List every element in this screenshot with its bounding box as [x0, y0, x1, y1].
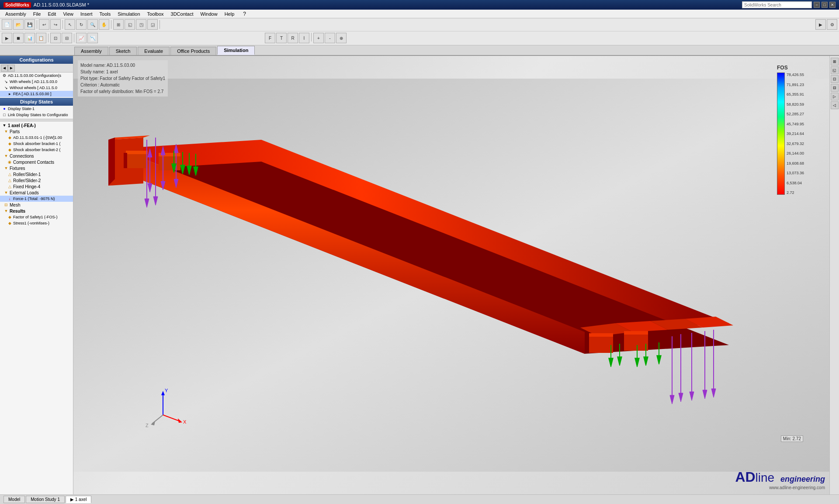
close-button[interactable]: ✕	[829, 2, 836, 8]
titlebar: SolidWorks AD.11.S.03.00.SLDASM * − □ ✕	[0, 0, 839, 10]
minimize-button[interactable]: −	[814, 2, 820, 8]
status-tab-axel[interactable]: ▶ 1 axel	[66, 496, 91, 503]
status-tab-motion[interactable]: Motion Study 1	[26, 496, 65, 503]
tb-redo[interactable]: ↪	[50, 19, 61, 30]
config-fea[interactable]: ▸ FEA [ AD.11.S.03.00 ]	[0, 91, 73, 97]
tb-settings[interactable]: ⚙	[827, 19, 837, 30]
search-input[interactable]	[742, 1, 812, 8]
tb-rotate[interactable]: ↻	[76, 19, 87, 30]
tb-sim1[interactable]: ▶	[2, 33, 12, 43]
plot-type-value: Factor of Safety Factor of Safety1	[100, 76, 165, 81]
asm-mesh[interactable]: ⊟ Mesh	[0, 202, 73, 208]
tb-mesh2[interactable]: ⊟	[62, 33, 72, 43]
config-without-wheels[interactable]: ↘ Without wheels [ AD.11.S.0	[0, 85, 73, 91]
tb-sep4	[159, 20, 160, 29]
rp-btn-4[interactable]: ⊟	[831, 84, 839, 92]
asm-parts[interactable]: ▼ Parts	[0, 128, 73, 135]
maximize-button[interactable]: □	[822, 2, 828, 8]
panel-divider	[0, 119, 73, 121]
asm-shock1[interactable]: ◆ Shock absorber bracket-1 (	[0, 141, 73, 147]
tab-simulation[interactable]: Simulation	[217, 46, 255, 55]
tb-view-front[interactable]: F	[265, 33, 275, 43]
asm-root[interactable]: ▼ 1 axel (-FEA-)	[0, 122, 73, 128]
tb-sep1	[37, 20, 37, 29]
menu-help-icon[interactable]: ?	[239, 10, 250, 18]
display-state-icon: ●	[2, 106, 7, 111]
asm-shock2[interactable]: ◆ Shock absorber bracket-2 (	[0, 147, 73, 153]
tree-nav-back[interactable]: ◄	[1, 65, 8, 72]
tb-view4[interactable]: ◲	[147, 19, 158, 30]
display-state-1[interactable]: ● Display State-1	[0, 106, 73, 112]
menu-file[interactable]: File	[30, 10, 45, 17]
asm-stress-result[interactable]: ◆ Stress1 (-vonMises-)	[0, 220, 73, 226]
tb-result2[interactable]: 📉	[87, 33, 98, 43]
tb-save[interactable]: 💾	[24, 19, 35, 30]
tb-view-iso[interactable]: I	[299, 33, 309, 43]
tb-view3[interactable]: ◳	[136, 19, 146, 30]
status-tab-model[interactable]: Model	[3, 496, 25, 503]
rp-btn-3[interactable]: ⊡	[831, 75, 839, 83]
config-with-wheels[interactable]: ↘ With wheels [ AD.11.S.03.0	[0, 79, 73, 85]
asm-force1[interactable]: ↓ Force-1 (Total: -9075 N)	[0, 196, 73, 202]
shock2-icon: ◆	[7, 147, 12, 152]
right-panel: ⊞ ◱ ⊡ ⊟ ▷ ◁	[829, 56, 839, 494]
tree-nav-forward[interactable]: ►	[8, 65, 15, 72]
tb-zoom-out[interactable]: -	[325, 33, 335, 43]
tb-render[interactable]: ▶	[815, 19, 826, 30]
menu-toolbox[interactable]: Toolbox	[144, 10, 167, 17]
tb-view1[interactable]: ⊞	[113, 19, 124, 30]
tb-new[interactable]: 📄	[2, 19, 12, 30]
menu-window[interactable]: Window	[197, 10, 221, 17]
fos-dist-value: Min FOS = 2.7	[135, 89, 164, 94]
asm-roller1[interactable]: △ Roller/Slider-1	[0, 171, 73, 177]
tb-open[interactable]: 📂	[13, 19, 24, 30]
asm-external-loads[interactable]: ▼ External Loads	[0, 190, 73, 196]
menu-assembly[interactable]: Assembly	[2, 10, 30, 17]
criterion-label: Criterion :	[80, 83, 101, 87]
tab-sketch[interactable]: Sketch	[109, 47, 137, 55]
tb-sim3[interactable]: 📊	[24, 33, 35, 43]
menu-3dcontact[interactable]: 3DContact	[167, 10, 197, 17]
link-display-states[interactable]: □ Link Display States to Configuratio	[0, 112, 73, 118]
menu-insert[interactable]: Insert	[77, 10, 96, 17]
tb-fit[interactable]: ⊕	[336, 33, 347, 43]
rp-btn-1[interactable]: ⊞	[831, 58, 839, 66]
tb-sim4[interactable]: 📋	[36, 33, 46, 43]
asm-connections[interactable]: ▼ Connections	[0, 153, 73, 159]
asm-fixtures[interactable]: ▼ Fixtures	[0, 165, 73, 171]
plot-type-label: Plot type:	[80, 76, 100, 81]
rp-btn-6[interactable]: ◁	[831, 101, 839, 109]
shock1-icon: ◆	[7, 141, 12, 146]
tb-mesh1[interactable]: ⊡	[50, 33, 61, 43]
tb-undo[interactable]: ↩	[39, 19, 49, 30]
left-panel: Configurations ◄ ► ⚙ AD.11.S.03.00 Confi…	[0, 56, 73, 494]
tb-zoom-in[interactable]: +	[313, 33, 324, 43]
asm-roller2[interactable]: △ Roller/Slider-2	[0, 177, 73, 183]
config-root[interactable]: ⚙ AD.11.S.03.00 Configuration(s	[0, 72, 73, 79]
tb-view-right[interactable]: R	[288, 33, 298, 43]
tab-office-products[interactable]: Office Products	[170, 47, 216, 55]
tb-view2[interactable]: ◱	[125, 19, 135, 30]
tab-evaluate[interactable]: Evaluate	[138, 47, 170, 55]
svg-text:Z: Z	[146, 423, 149, 428]
tb-view-top[interactable]: T	[276, 33, 287, 43]
asm-fos-result[interactable]: ◆ Factor of Safety1 (-FOS-)	[0, 214, 73, 220]
asm-part-1[interactable]: ◆ AD.11.S.03.01-1 (-[SW]1.00	[0, 135, 73, 141]
menu-simulation[interactable]: Simulation	[114, 10, 143, 17]
tab-assembly[interactable]: Assembly	[74, 47, 108, 55]
rp-btn-5[interactable]: ▷	[831, 93, 839, 100]
tb-result1[interactable]: 📈	[76, 33, 87, 43]
menu-tools[interactable]: Tools	[96, 10, 114, 17]
tb-zoom[interactable]: 🔍	[87, 19, 98, 30]
asm-component-contacts[interactable]: ◉ Component Contacts	[0, 159, 73, 165]
asm-fixed-hinge[interactable]: △ Fixed Hinge-4	[0, 183, 73, 190]
menu-view[interactable]: View	[59, 10, 77, 17]
menu-edit[interactable]: Edit	[44, 10, 59, 17]
toolbar-row2: ▶ ⏹ 📊 📋 ⊡ ⊟ 📈 📉 F T R I + - ⊕	[0, 31, 839, 45]
menu-help[interactable]: Help	[221, 10, 238, 17]
asm-results[interactable]: ▼ Results	[0, 208, 73, 214]
tb-sim2[interactable]: ⏹	[13, 33, 24, 43]
rp-btn-2[interactable]: ◱	[831, 66, 839, 74]
tb-select[interactable]: ↖	[65, 19, 75, 30]
tb-pan[interactable]: ✋	[99, 19, 109, 30]
